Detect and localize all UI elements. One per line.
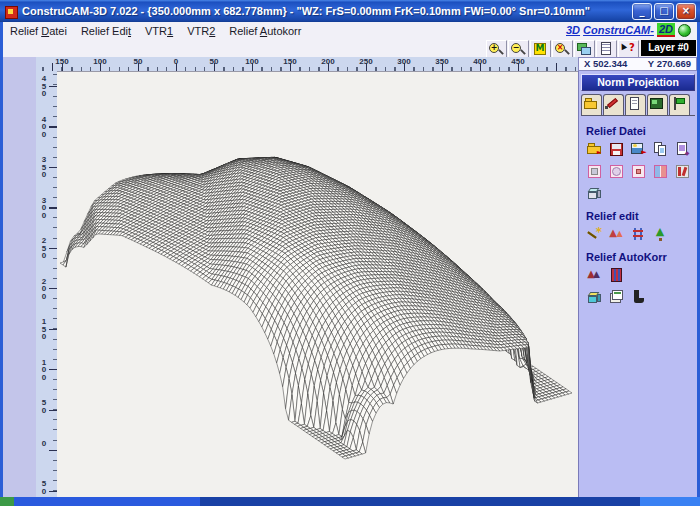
tab-folder[interactable] bbox=[581, 94, 602, 115]
copy-pages-icon[interactable] bbox=[652, 141, 669, 157]
frame-scan-icon[interactable] bbox=[608, 163, 625, 179]
tab-image[interactable] bbox=[647, 94, 668, 115]
app-icon bbox=[5, 5, 18, 18]
tab-flag[interactable] bbox=[669, 94, 690, 115]
tab-page[interactable] bbox=[625, 94, 646, 115]
save-red-icon[interactable] bbox=[608, 141, 625, 157]
boot-icon[interactable] bbox=[630, 289, 647, 305]
help-arrow-button[interactable]: ▲? bbox=[618, 40, 639, 58]
hruler-label: 250 bbox=[354, 57, 378, 66]
vruler-label: 400 bbox=[39, 116, 49, 139]
windows-cascade-icon[interactable] bbox=[575, 41, 592, 57]
layer-indicator[interactable]: Layer #0 bbox=[641, 40, 696, 56]
coord-x: X 502.344 bbox=[584, 58, 627, 70]
vruler-label: 150 bbox=[39, 318, 49, 341]
relief-mesh bbox=[57, 72, 578, 498]
tab-page-icon[interactable] bbox=[626, 95, 643, 111]
zoom-in-icon[interactable]: + bbox=[487, 41, 504, 57]
mode-3d-link[interactable]: 3D bbox=[566, 24, 580, 36]
zoom-out-icon[interactable]: − bbox=[509, 41, 526, 57]
vruler-label: 0 bbox=[39, 440, 49, 448]
page-export-icon[interactable]: ◆ bbox=[674, 141, 691, 157]
horizontal-ruler: 15010050050100150200250300350400450 bbox=[36, 57, 578, 72]
help-arrow-icon[interactable]: ▲? bbox=[619, 41, 636, 57]
mountain-red-icon[interactable]: ▲▲ bbox=[608, 226, 625, 242]
menu-vtr2[interactable]: VTR2 bbox=[180, 24, 222, 38]
section-title: Relief AutoKorr bbox=[586, 251, 697, 263]
hruler-label: 400 bbox=[468, 57, 492, 66]
taskbar-segment bbox=[0, 497, 14, 506]
panel-header: Norm Projektion bbox=[581, 74, 695, 91]
hruler-label: 300 bbox=[392, 57, 416, 66]
panel-body: Relief Datei►►◆Relief edit*▲▲▲Relief Aut… bbox=[579, 125, 697, 305]
ruler-major-ticks bbox=[36, 63, 578, 71]
wand-icon[interactable]: * bbox=[586, 226, 603, 242]
m-button-icon[interactable]: M bbox=[531, 41, 548, 57]
toolbar-icons: +−M×▲? bbox=[486, 40, 639, 58]
minimize-button[interactable]: _ bbox=[632, 3, 652, 20]
folder-open-icon[interactable]: ► bbox=[586, 141, 603, 157]
hruler-label: 0 bbox=[164, 57, 188, 66]
frame-cut-icon[interactable] bbox=[674, 163, 691, 179]
vruler-label: 250 bbox=[39, 237, 49, 260]
menu-vtr1[interactable]: VTR1 bbox=[138, 24, 180, 38]
mode-2d-link[interactable]: 2D bbox=[657, 23, 675, 37]
title-bar: ConstruCAM-3D 7.022 - {350.000mm x 682.7… bbox=[0, 0, 700, 22]
grid-doc-button[interactable] bbox=[596, 40, 617, 58]
vruler-label: 50 bbox=[39, 480, 49, 495]
m-button-button[interactable]: M bbox=[530, 40, 551, 58]
brand-switch: 3D ConstruCAM- 2D bbox=[566, 23, 691, 37]
icon-row: ►►◆ bbox=[586, 141, 697, 157]
os-taskbar[interactable] bbox=[0, 497, 700, 506]
hruler-label: 150 bbox=[50, 57, 74, 66]
hruler-label: 100 bbox=[240, 57, 264, 66]
cards-icon[interactable] bbox=[608, 289, 625, 305]
section-title: Relief edit bbox=[586, 210, 697, 222]
mountain-dark-icon[interactable]: ▲▲ bbox=[586, 267, 603, 283]
image-import-icon[interactable]: ► bbox=[630, 141, 647, 157]
zoom-in-button[interactable]: + bbox=[486, 40, 507, 58]
vertical-ruler: 45040035030025020015010050050 bbox=[36, 71, 58, 497]
menu-relief-edit[interactable]: Relief Edit bbox=[74, 24, 138, 38]
status-ball-icon[interactable] bbox=[678, 24, 691, 37]
icon-row: ▲▲ bbox=[586, 267, 697, 283]
stripes-redblue-icon[interactable] bbox=[608, 267, 625, 283]
icon-row bbox=[586, 185, 697, 201]
vruler-label: 100 bbox=[39, 359, 49, 382]
drawing-canvas[interactable] bbox=[57, 71, 578, 498]
tab-pen[interactable] bbox=[603, 94, 624, 115]
hruler-label: 350 bbox=[430, 57, 454, 66]
frame-split-icon[interactable] bbox=[652, 163, 669, 179]
frame-1-icon[interactable] bbox=[586, 163, 603, 179]
close-button[interactable]: × bbox=[676, 3, 696, 20]
tab-pen-icon[interactable] bbox=[604, 95, 621, 111]
vruler-label: 350 bbox=[39, 156, 49, 179]
vruler-label: 450 bbox=[39, 75, 49, 98]
hruler-label: 450 bbox=[506, 57, 530, 66]
menu-relief-datei[interactable]: Relief Datei bbox=[3, 24, 74, 38]
grid-doc-icon[interactable] bbox=[597, 41, 614, 57]
frame-small-icon[interactable] bbox=[630, 163, 647, 179]
tab-image-icon[interactable] bbox=[648, 95, 665, 111]
box-cyan-icon[interactable] bbox=[586, 289, 603, 305]
restore-button[interactable]: □ bbox=[654, 3, 674, 20]
windows-cascade-button[interactable] bbox=[574, 40, 595, 58]
menu-relief-autokorr[interactable]: Relief Autokorr bbox=[222, 24, 308, 38]
tab-folder-icon[interactable] bbox=[582, 95, 599, 111]
menu-bar: Relief Datei Relief Edit VTR1 VTR2 Relie… bbox=[3, 22, 697, 40]
brand-name: ConstruCAM- bbox=[583, 24, 654, 36]
hruler-label: 150 bbox=[278, 57, 302, 66]
box-3d-icon[interactable] bbox=[586, 185, 603, 201]
coord-y: Y 270.669 bbox=[648, 58, 691, 70]
rails-icon[interactable] bbox=[630, 226, 647, 242]
vruler-label: 300 bbox=[39, 197, 49, 220]
zoom-sel-icon[interactable]: × bbox=[553, 41, 570, 57]
tab-flag-icon[interactable] bbox=[670, 95, 687, 111]
vruler-label: 50 bbox=[39, 399, 49, 414]
tree-green-icon[interactable]: ▲ bbox=[652, 226, 669, 242]
icon-row: *▲▲▲ bbox=[586, 226, 697, 242]
vruler-label: 200 bbox=[39, 278, 49, 301]
zoom-out-button[interactable]: − bbox=[508, 40, 529, 58]
zoom-sel-button[interactable]: × bbox=[552, 40, 573, 58]
hruler-label: 200 bbox=[316, 57, 340, 66]
